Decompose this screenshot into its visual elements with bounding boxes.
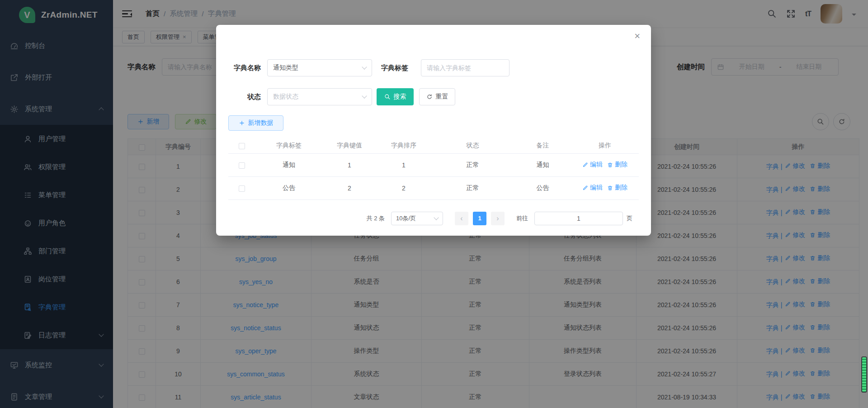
total-count: 共 2 条 [367,214,385,223]
col-dict-label: 字典标签 [255,138,322,153]
table-header-row: 字典标签 字典键值 字典排序 状态 备注 操作 [228,138,639,153]
data-sort-cell: 2 [377,176,431,199]
data-remark-cell: 通知 [514,153,571,176]
data-label-cell: 公告 [255,176,322,199]
page-size-select[interactable]: 10条/页 [391,212,443,225]
goto-unit: 页 [627,214,632,223]
prev-page-button[interactable]: ‹ [455,212,468,225]
pagination: 共 2 条 10条/页 ‹ 1 › 前往 页 [228,212,632,225]
plus-icon [239,120,245,126]
col-dict-sort: 字典排序 [377,138,431,153]
trash-icon [607,185,613,191]
close-icon[interactable]: × [634,31,640,41]
dict-name-label: 字典名称 [228,64,261,72]
status-label: 状态 [228,93,261,101]
scrollbar-thumb[interactable] [861,356,867,393]
row-delete-link[interactable]: 删除 [607,184,627,192]
row-edit-link[interactable]: 编辑 [582,184,603,192]
row-edit-link[interactable]: 编辑 [582,161,603,169]
select-all-checkbox[interactable] [239,143,245,149]
dict-label-input[interactable] [421,59,509,76]
trash-icon [607,162,613,168]
col-operations: 操作 [571,138,639,153]
data-status-cell: 正常 [431,176,514,199]
goto-label: 前往 [516,214,528,223]
refresh-icon [426,94,433,100]
chevron-down-icon [362,64,367,69]
row-checkbox[interactable] [239,162,245,169]
data-label-cell: 通知 [255,153,322,176]
dict-label-label: 字典标签 [378,64,408,72]
data-status-cell: 正常 [431,153,514,176]
add-data-button[interactable]: 新增数据 [228,115,283,131]
table-row: 通知 1 1 正常 通知 编辑删除 [228,153,639,176]
goto-page-input[interactable] [534,212,623,225]
chevron-down-icon [434,215,439,220]
search-button[interactable]: 搜索 [377,88,414,105]
search-icon [384,94,391,100]
reset-button[interactable]: 重置 [419,88,455,105]
dict-data-table: 字典标签 字典键值 字典排序 状态 备注 操作 通知 1 1 正常 通知 编 [228,138,639,200]
chevron-down-icon [362,93,367,98]
row-checkbox[interactable] [239,185,245,192]
data-value-cell: 2 [322,176,377,199]
status-select[interactable]: 数据状态 [267,88,372,105]
dict-name-select[interactable]: 通知类型 [267,59,372,76]
data-remark-cell: 公告 [514,176,571,199]
col-dict-value: 字典键值 [322,138,377,153]
col-remark: 备注 [514,138,571,153]
next-page-button[interactable]: › [491,212,505,225]
row-delete-link[interactable]: 删除 [607,161,627,169]
data-value-cell: 1 [322,153,377,176]
table-row: 公告 2 2 正常 公告 编辑删除 [228,176,639,199]
page-number-current[interactable]: 1 [473,212,486,225]
data-sort-cell: 1 [377,153,431,176]
pencil-icon [582,162,588,168]
dict-data-dialog: × 字典名称 通知类型 字典标签 状态 数据状态 搜索 重置 新增数据 [216,25,651,236]
col-status: 状态 [431,138,514,153]
pencil-icon [582,185,588,191]
